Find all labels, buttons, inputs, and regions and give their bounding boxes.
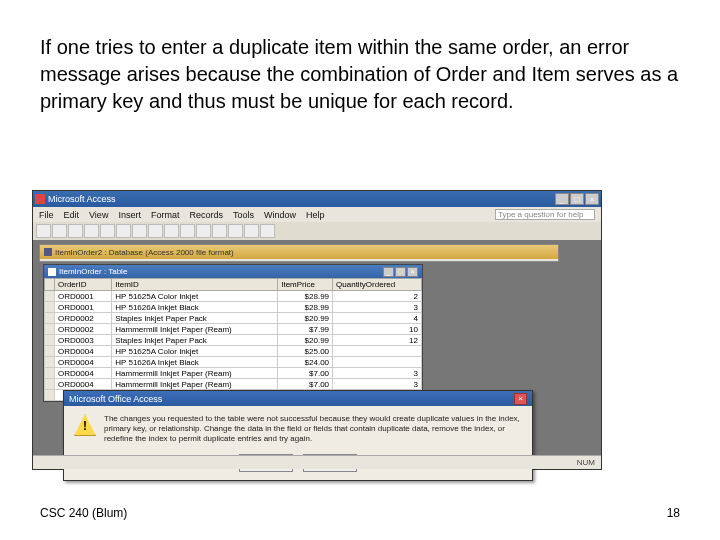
- toolbar-btn-6[interactable]: [116, 224, 131, 238]
- datasheet-grid[interactable]: OrderID ItemID ItemPrice QuantityOrdered…: [44, 278, 422, 401]
- table-close-button[interactable]: ×: [407, 267, 418, 277]
- table-row[interactable]: ORD0004HP 51626A Inkjet Black$24.00: [45, 357, 422, 368]
- cell-itemid[interactable]: HP 51626A Inkjet Black: [112, 302, 278, 313]
- table-row[interactable]: ORD0001HP 51625A Color Inkjet$28.992: [45, 291, 422, 302]
- cell-itemid[interactable]: HP 51626A Inkjet Black: [112, 357, 278, 368]
- toolbar-btn-15[interactable]: [260, 224, 275, 238]
- table-row[interactable]: ORD0004Hammermill Inkjet Paper (Ream)$7.…: [45, 379, 422, 390]
- error-titlebar[interactable]: Microsoft Office Access ×: [64, 391, 532, 406]
- cell-qty[interactable]: [333, 346, 422, 357]
- record-selector[interactable]: [45, 379, 55, 390]
- toolbar-btn-14[interactable]: [244, 224, 259, 238]
- table-row[interactable]: ORD0004HP 51625A Color Inkjet$25.00: [45, 346, 422, 357]
- cell-qty[interactable]: [333, 357, 422, 368]
- cell-itemid[interactable]: Hammermill Inkjet Paper (Ream): [112, 368, 278, 379]
- toolbar-btn-9[interactable]: [164, 224, 179, 238]
- cell-itemid[interactable]: Staples Inkjet Paper Pack: [112, 313, 278, 324]
- record-selector[interactable]: [45, 313, 55, 324]
- app-titlebar: Microsoft Access _ □ ×: [33, 191, 601, 207]
- cell-price[interactable]: $24.00: [278, 357, 333, 368]
- cell-qty[interactable]: 3: [333, 379, 422, 390]
- cell-price[interactable]: $20.99: [278, 313, 333, 324]
- record-selector[interactable]: [45, 291, 55, 302]
- record-selector[interactable]: [45, 357, 55, 368]
- menu-view[interactable]: View: [89, 210, 108, 220]
- record-selector[interactable]: [45, 368, 55, 379]
- cell-orderid[interactable]: ORD0004: [55, 346, 112, 357]
- cell-price[interactable]: $25.00: [278, 346, 333, 357]
- menu-records[interactable]: Records: [189, 210, 223, 220]
- maximize-button[interactable]: □: [570, 193, 584, 205]
- toolbar-btn-8[interactable]: [148, 224, 163, 238]
- cell-itemid[interactable]: Staples Inkjet Paper Pack: [112, 335, 278, 346]
- toolbar-btn-13[interactable]: [228, 224, 243, 238]
- cell-price[interactable]: $20.99: [278, 335, 333, 346]
- cell-price[interactable]: $7.99: [278, 324, 333, 335]
- error-body: The changes you requested to the table w…: [64, 406, 532, 454]
- menu-window[interactable]: Window: [264, 210, 296, 220]
- table-row[interactable]: ORD0002Staples Inkjet Paper Pack$20.994: [45, 313, 422, 324]
- close-button[interactable]: ×: [585, 193, 599, 205]
- error-close-button[interactable]: ×: [514, 393, 527, 405]
- cell-qty[interactable]: 3: [333, 302, 422, 313]
- cell-orderid[interactable]: ORD0003: [55, 335, 112, 346]
- menu-format[interactable]: Format: [151, 210, 180, 220]
- cell-price[interactable]: $7.00: [278, 379, 333, 390]
- table-row[interactable]: ORD0002Hammermill Inkjet Paper (Ream)$7.…: [45, 324, 422, 335]
- cell-qty[interactable]: 10: [333, 324, 422, 335]
- record-selector[interactable]: [45, 390, 55, 401]
- cell-qty[interactable]: 4: [333, 313, 422, 324]
- col-qty[interactable]: QuantityOrdered: [333, 279, 422, 291]
- cell-orderid[interactable]: ORD0004: [55, 357, 112, 368]
- error-title: Microsoft Office Access: [69, 394, 162, 404]
- menu-help[interactable]: Help: [306, 210, 325, 220]
- cell-qty[interactable]: 2: [333, 291, 422, 302]
- cell-price[interactable]: $28.99: [278, 291, 333, 302]
- record-selector[interactable]: [45, 302, 55, 313]
- cell-orderid[interactable]: ORD0001: [55, 302, 112, 313]
- table-minimize-button[interactable]: _: [383, 267, 394, 277]
- table-row[interactable]: ORD0001HP 51626A Inkjet Black$28.993: [45, 302, 422, 313]
- cell-itemid[interactable]: Hammermill Inkjet Paper (Ream): [112, 379, 278, 390]
- toolbar-btn-2[interactable]: [52, 224, 67, 238]
- database-window-titlebar[interactable]: ItemInOrder2 : Database (Access 2000 fil…: [40, 245, 558, 259]
- cell-qty[interactable]: 12: [333, 335, 422, 346]
- record-selector[interactable]: [45, 324, 55, 335]
- cell-itemid[interactable]: Hammermill Inkjet Paper (Ream): [112, 324, 278, 335]
- cell-orderid[interactable]: ORD0004: [55, 368, 112, 379]
- cell-itemid[interactable]: HP 51625A Color Inkjet: [112, 346, 278, 357]
- cell-itemid[interactable]: HP 51625A Color Inkjet: [112, 291, 278, 302]
- cell-orderid[interactable]: ORD0001: [55, 291, 112, 302]
- toolbar-btn-10[interactable]: [180, 224, 195, 238]
- record-selector[interactable]: [45, 335, 55, 346]
- toolbar-btn-1[interactable]: [36, 224, 51, 238]
- col-itemid[interactable]: ItemID: [112, 279, 278, 291]
- table-maximize-button[interactable]: □: [395, 267, 406, 277]
- table-row[interactable]: ORD0003Staples Inkjet Paper Pack$20.9912: [45, 335, 422, 346]
- toolbar-btn-4[interactable]: [84, 224, 99, 238]
- cell-orderid[interactable]: ORD0002: [55, 313, 112, 324]
- menu-insert[interactable]: Insert: [118, 210, 141, 220]
- toolbar-btn-7[interactable]: [132, 224, 147, 238]
- table-row[interactable]: ORD0004Hammermill Inkjet Paper (Ream)$7.…: [45, 368, 422, 379]
- toolbar-btn-3[interactable]: [68, 224, 83, 238]
- cell-price[interactable]: $7.00: [278, 368, 333, 379]
- toolbar-btn-11[interactable]: [196, 224, 211, 238]
- col-itemprice[interactable]: ItemPrice: [278, 279, 333, 291]
- menu-tools[interactable]: Tools: [233, 210, 254, 220]
- help-search-input[interactable]: Type a question for help: [495, 209, 595, 220]
- toolbar-btn-5[interactable]: [100, 224, 115, 238]
- cell-qty[interactable]: 3: [333, 368, 422, 379]
- cell-orderid[interactable]: ORD0004: [55, 379, 112, 390]
- cell-orderid[interactable]: ORD0002: [55, 324, 112, 335]
- minimize-button[interactable]: _: [555, 193, 569, 205]
- toolbar-btn-12[interactable]: [212, 224, 227, 238]
- menu-edit[interactable]: Edit: [64, 210, 80, 220]
- record-selector-header[interactable]: [45, 279, 55, 291]
- record-selector[interactable]: [45, 346, 55, 357]
- table-window-titlebar[interactable]: ItemInOrder : Table _ □ ×: [44, 265, 422, 278]
- cell-price[interactable]: $28.99: [278, 302, 333, 313]
- col-orderid[interactable]: OrderID: [55, 279, 112, 291]
- mdi-client-area: ItemInOrder2 : Database (Access 2000 fil…: [33, 240, 601, 469]
- menu-file[interactable]: File: [39, 210, 54, 220]
